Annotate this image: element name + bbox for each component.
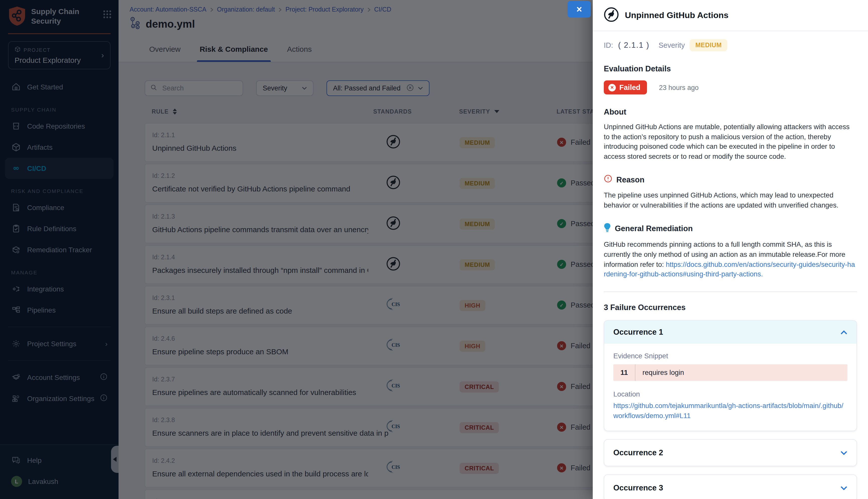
severity-badge: MEDIUM xyxy=(690,39,727,51)
about-text: Unpinned GitHub Actions are mutable, pot… xyxy=(604,122,857,161)
occurrence-3-header[interactable]: Occurrence 3 xyxy=(604,475,856,499)
lightbulb-icon xyxy=(604,223,611,234)
evaluation-details-heading: Evaluation Details xyxy=(604,64,857,73)
drawer-header: Unpinned GitHub Actions xyxy=(593,0,868,31)
close-icon: × xyxy=(576,4,582,14)
evaluation-row: ✕Failed 23 hours ago xyxy=(604,81,857,95)
id-label: ID: xyxy=(604,41,613,49)
modal-dim-overlay[interactable] xyxy=(0,0,593,499)
evidence-line-number: 11 xyxy=(613,364,635,381)
chevron-down-icon[interactable] xyxy=(840,448,847,457)
drawer-close-button[interactable]: × xyxy=(568,1,591,17)
occurrence-1-body: Evidence Snippet 11 requires login Locat… xyxy=(604,344,856,431)
owasp-icon xyxy=(604,7,619,24)
evidence-code: requires login xyxy=(635,364,684,381)
location-label: Location xyxy=(613,390,847,398)
id-value: ( 2.1.1 ) xyxy=(618,41,649,50)
occurrence-title: Occurrence 2 xyxy=(613,448,663,457)
app-root: Supply Chain Security PROJECT Product Ex… xyxy=(0,0,868,499)
occurrence-2-card: Occurrence 2 xyxy=(604,439,857,466)
about-heading: About xyxy=(604,108,857,117)
rule-detail-drawer: Unpinned GitHub Actions ID: ( 2.1.1 ) Se… xyxy=(593,0,868,499)
drawer-body: ID: ( 2.1.1 ) Severity MEDIUM Evaluation… xyxy=(593,31,868,499)
drawer-divider xyxy=(604,291,857,292)
chevron-up-icon[interactable] xyxy=(840,328,847,337)
x-circle-icon: ✕ xyxy=(608,84,616,91)
alert-circle-icon xyxy=(604,175,612,185)
evidence-snippet-label: Evidence Snippet xyxy=(613,352,847,360)
evaluation-time: 23 hours ago xyxy=(659,84,699,91)
failure-occurrences-heading: 3 Failure Occurrences xyxy=(604,303,857,312)
severity-label: Severity xyxy=(658,41,685,49)
evidence-snippet: 11 requires login xyxy=(613,364,847,381)
location-link[interactable]: https://github.com/tejakummarikuntla/gh-… xyxy=(613,401,847,422)
chevron-down-icon[interactable] xyxy=(840,484,847,492)
failed-text: Failed xyxy=(619,83,641,92)
failed-status-badge: ✕Failed xyxy=(604,81,647,95)
occurrence-2-header[interactable]: Occurrence 2 xyxy=(604,440,856,466)
general-remediation-heading: General Remediation xyxy=(604,223,857,234)
drawer-title: Unpinned GitHub Actions xyxy=(625,10,728,20)
occurrence-3-card: Occurrence 3 xyxy=(604,474,857,499)
reason-text: The pipeline uses unpinned GitHub Action… xyxy=(604,191,857,210)
remediation-text: GitHub recommends pinning actions to a f… xyxy=(604,240,857,279)
reason-heading: Reason xyxy=(604,175,857,185)
rule-id-row: ID: ( 2.1.1 ) Severity MEDIUM xyxy=(604,39,857,51)
occurrence-1-card: Occurrence 1 Evidence Snippet 11 require… xyxy=(604,320,857,431)
occurrence-title: Occurrence 3 xyxy=(613,484,663,492)
occurrence-1-header[interactable]: Occurrence 1 xyxy=(604,320,856,344)
occurrence-title: Occurrence 1 xyxy=(613,328,663,337)
